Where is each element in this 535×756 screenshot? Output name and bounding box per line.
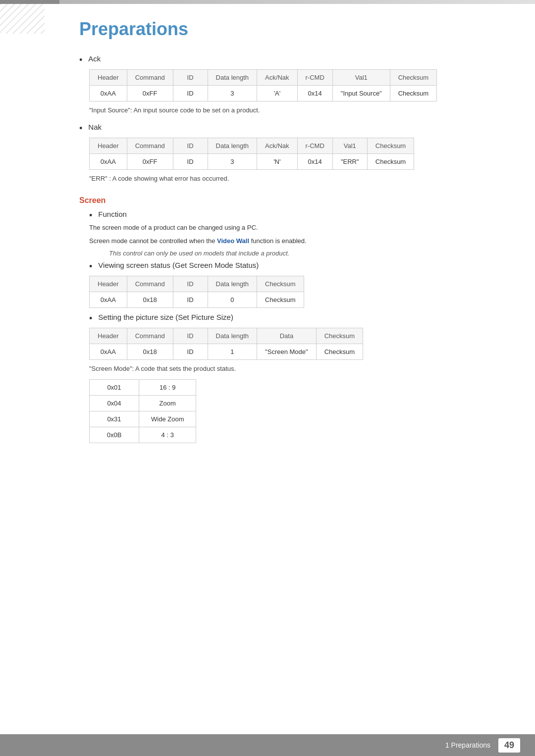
mode-row: 0x0116 : 9	[90, 379, 196, 395]
setting-bullet: • Setting the picture size (Set Picture …	[89, 313, 495, 323]
vt-th-command: Command	[127, 276, 173, 292]
mode-code: 0x0B	[90, 427, 139, 443]
ack-label: Ack	[88, 54, 101, 63]
ack-row: 0xAA 0xFF ID 3 'A' 0x14 "Input Source" C…	[90, 86, 437, 101]
vt-checksum-val: Checksum	[257, 292, 304, 307]
st-th-header: Header	[90, 328, 127, 344]
mode-value: Wide Zoom	[139, 411, 196, 427]
ack-th-rcmd: r-CMD	[297, 70, 332, 86]
st-checksum-val: Checksum	[316, 344, 363, 359]
bullet-dot-ack: •	[79, 55, 82, 64]
function-bullet: • Function	[89, 210, 495, 220]
mode-value: 4 : 3	[139, 427, 196, 443]
vt-id-val: ID	[173, 292, 208, 307]
nak-table: Header Command ID Data length Ack/Nak r-…	[89, 138, 414, 170]
ack-id-val: ID	[173, 86, 208, 101]
nak-note: "ERR" : A code showing what error has oc…	[89, 175, 495, 182]
ack-header-val: 0xAA	[90, 86, 127, 101]
page-number: 49	[498, 738, 520, 753]
nak-bullet: • Nak	[79, 123, 495, 133]
setting-label: Setting the picture size (Set Picture Si…	[98, 313, 233, 321]
bullet-dot-nak: •	[79, 124, 82, 133]
ack-note: "Input Source": An input source code to …	[89, 106, 495, 114]
nak-th-rcmd: r-CMD	[297, 138, 332, 154]
nak-th-datalength: Data length	[208, 138, 257, 154]
nak-datalength-val: 3	[208, 154, 257, 170]
st-header-val: 0xAA	[90, 344, 127, 359]
viewing-table: Header Command ID Data length Checksum 0…	[89, 276, 304, 308]
nak-checksum-val: Checksum	[367, 154, 414, 170]
ack-datalength-val: 3	[208, 86, 257, 101]
indented-note: This control can only be used on models …	[109, 250, 495, 257]
bottom-bar: 1 Preparations 49	[0, 734, 535, 756]
st-th-id: ID	[173, 328, 208, 344]
nak-row: 0xAA 0xFF ID 3 'N' 0x14 "ERR" Checksum	[90, 154, 414, 170]
screen-mode-note: "Screen Mode": A code that sets the prod…	[89, 365, 495, 372]
mode-code: 0x04	[90, 395, 139, 411]
st-datalength-val: 1	[208, 344, 257, 359]
bullet-dot-viewing: •	[89, 262, 92, 271]
st-command-val: 0x18	[127, 344, 173, 359]
nak-th-header: Header	[90, 138, 127, 154]
vt-datalength-val: 0	[208, 292, 257, 307]
viewing-bullet: • Viewing screen status (Get Screen Mode…	[89, 261, 495, 271]
screen-para2-before: Screen mode cannot be controlled when th…	[89, 237, 217, 245]
mode-row: 0x0B4 : 3	[90, 427, 196, 443]
screen-para1: The screen mode of a product can be chan…	[89, 223, 495, 233]
screen-para2-after: function is enabled.	[249, 237, 307, 245]
vt-th-checksum: Checksum	[257, 276, 304, 292]
screen-para2: Screen mode cannot be controlled when th…	[89, 236, 495, 247]
ack-checksum-val: Checksum	[390, 86, 436, 101]
ack-acknak-val: 'A'	[257, 86, 297, 101]
ack-command-val: 0xFF	[127, 86, 173, 101]
mode-row: 0x04Zoom	[90, 395, 196, 411]
page-content: Preparations • Ack Header Command ID Dat…	[0, 4, 535, 490]
ack-th-val1: Val1	[332, 70, 390, 86]
mode-code: 0x31	[90, 411, 139, 427]
nak-acknak-val: 'N'	[257, 154, 297, 170]
video-wall-link: Video Wall	[217, 237, 249, 245]
function-label: Function	[98, 210, 127, 218]
vt-header-val: 0xAA	[90, 292, 127, 307]
ack-th-header: Header	[90, 70, 127, 86]
ack-th-datalength: Data length	[208, 70, 257, 86]
st-data-val: "Screen Mode"	[257, 344, 317, 359]
nak-val1-val: "ERR"	[332, 154, 367, 170]
mode-code: 0x01	[90, 379, 139, 395]
vt-th-datalength: Data length	[208, 276, 257, 292]
mode-row: 0x31Wide Zoom	[90, 411, 196, 427]
vt-th-header: Header	[90, 276, 127, 292]
ack-th-acknak: Ack/Nak	[257, 70, 297, 86]
ack-th-checksum: Checksum	[390, 70, 436, 86]
nak-th-val1: Val1	[332, 138, 367, 154]
vt-command-val: 0x18	[127, 292, 173, 307]
bullet-dot-setting: •	[89, 314, 92, 323]
ack-val1-val: "Input Source"	[332, 86, 390, 101]
nak-th-checksum: Checksum	[367, 138, 414, 154]
vt-th-id: ID	[173, 276, 208, 292]
nak-rcmd-val: 0x14	[297, 154, 332, 170]
st-th-data: Data	[257, 328, 317, 344]
ack-th-id: ID	[173, 70, 208, 86]
top-bar	[0, 0, 535, 4]
st-th-checksum: Checksum	[316, 328, 363, 344]
ack-rcmd-val: 0x14	[297, 86, 332, 101]
mode-table: 0x0116 : 90x04Zoom0x31Wide Zoom0x0B4 : 3	[89, 379, 196, 443]
ack-th-command: Command	[127, 70, 173, 86]
ack-table: Header Command ID Data length Ack/Nak r-…	[89, 69, 437, 101]
st-id-val: ID	[173, 344, 208, 359]
st-row: 0xAA 0x18 ID 1 "Screen Mode" Checksum	[90, 344, 363, 359]
st-th-datalength: Data length	[208, 328, 257, 344]
mode-value: Zoom	[139, 395, 196, 411]
mode-value: 16 : 9	[139, 379, 196, 395]
bullet-dot-function: •	[89, 211, 92, 220]
page-label: 1 Preparations	[445, 741, 490, 749]
ack-bullet: • Ack	[79, 54, 495, 64]
nak-id-val: ID	[173, 154, 208, 170]
nak-th-id: ID	[173, 138, 208, 154]
screen-heading: Screen	[79, 196, 495, 205]
vt-row: 0xAA 0x18 ID 0 Checksum	[90, 292, 304, 307]
nak-header-val: 0xAA	[90, 154, 127, 170]
st-th-command: Command	[127, 328, 173, 344]
setting-table: Header Command ID Data length Data Check…	[89, 328, 363, 360]
